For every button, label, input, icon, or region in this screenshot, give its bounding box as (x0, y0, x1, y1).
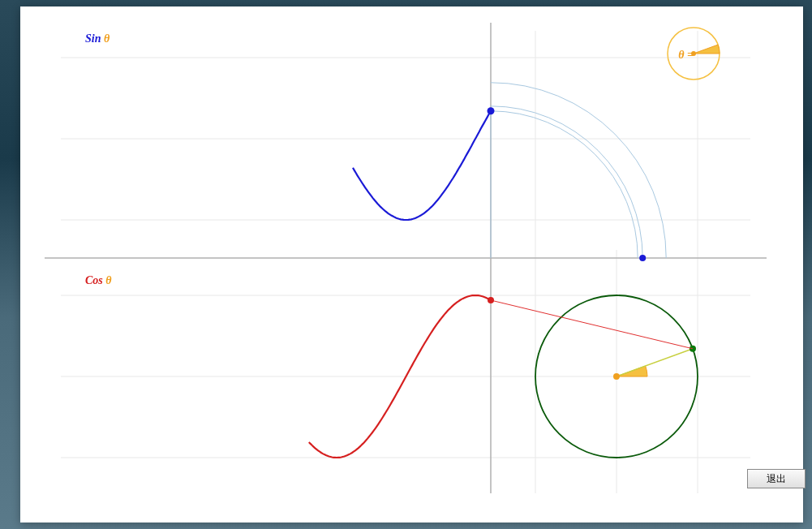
circle-center-dot (613, 373, 620, 380)
chart-svg (20, 6, 803, 523)
theta-eq-text: θ = (678, 49, 694, 61)
cos-point (488, 297, 494, 303)
cos-text: Cos (85, 274, 103, 286)
theta-equals-label: θ = (678, 49, 694, 62)
theta-indicator (668, 28, 720, 80)
cos-theta: θ (105, 274, 111, 286)
sin-theta: θ (104, 32, 110, 45)
axis-point (639, 255, 646, 261)
sin-projection-arcs (491, 83, 666, 258)
sin-text: Sin (85, 32, 101, 45)
chart-canvas: Sin θ Cos θ θ = (20, 6, 803, 523)
sin-label: Sin θ (85, 32, 110, 45)
exit-button[interactable]: 退出 (747, 469, 806, 488)
cos-label: Cos θ (85, 274, 112, 287)
grid-vertical (535, 31, 698, 493)
radius-line (617, 349, 693, 376)
sin-point (488, 107, 495, 114)
sine-curve (353, 112, 490, 220)
cos-projection-line (491, 300, 693, 349)
grid-lines-sin (61, 58, 750, 220)
